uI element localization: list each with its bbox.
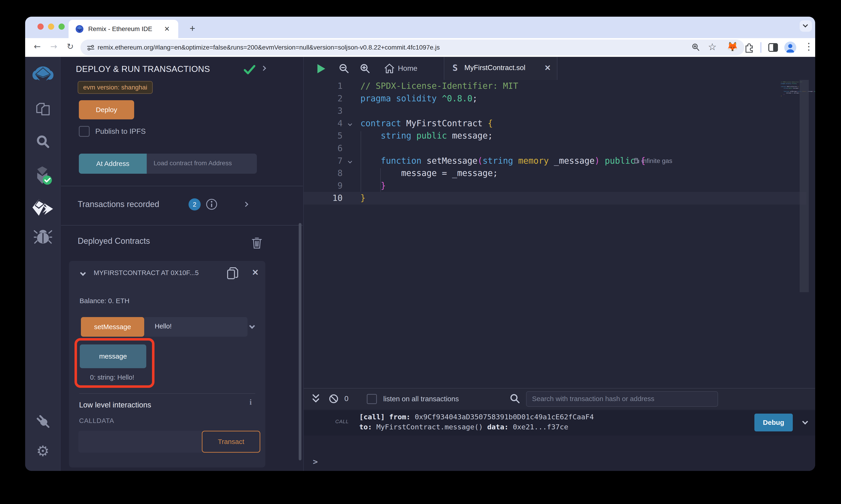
extensions-icon[interactable]: [744, 42, 754, 53]
trash-icon[interactable]: [252, 237, 262, 249]
transact-button[interactable]: Transact: [202, 431, 260, 453]
zoom-out-icon[interactable]: [338, 63, 350, 75]
terminal-prompt[interactable]: >: [313, 457, 318, 466]
reload-icon[interactable]: ↻: [67, 42, 73, 51]
fold-chevron-icon[interactable]: [348, 122, 351, 126]
set-message-input[interactable]: Hello!: [144, 317, 247, 337]
code-line: message = _message;: [360, 168, 498, 178]
collapse-terminal-icon[interactable]: [312, 394, 320, 404]
profile-avatar[interactable]: [784, 41, 796, 53]
contract-close-icon[interactable]: ✕: [252, 268, 259, 277]
forward-icon[interactable]: →: [50, 42, 57, 51]
fold-chevron-icon[interactable]: [348, 160, 351, 164]
line-number: 2: [304, 94, 343, 103]
divider: [61, 186, 303, 186]
browser-tab-strip: Remix - Ethereum IDE ✕ +: [25, 17, 815, 38]
browser-tab[interactable]: Remix - Ethereum IDE ✕: [69, 20, 178, 38]
terminal-search-input[interactable]: Search with transaction hash or address: [526, 391, 718, 407]
at-address-button[interactable]: At Address: [79, 154, 147, 174]
metamask-icon[interactable]: 🦊: [727, 41, 738, 52]
contract-collapse-chevron-icon[interactable]: [81, 271, 85, 276]
bookmark-star-icon[interactable]: ☆: [708, 41, 717, 53]
zoom-page-icon[interactable]: [691, 43, 700, 52]
deploy-run-panel: DEPLOY & RUN TRANSACTIONS evm version: s…: [61, 57, 303, 471]
run-script-play-icon[interactable]: [317, 64, 325, 73]
calldata-input[interactable]: [79, 431, 202, 453]
tab-home[interactable]: Home: [384, 62, 429, 75]
line-number: 7: [304, 156, 343, 166]
search-icon[interactable]: [25, 134, 61, 160]
code-editor[interactable]: 1// SPDX-License-Identifier: MIT2pragma …: [304, 80, 815, 388]
line-number: 4: [304, 119, 343, 128]
site-settings-icon[interactable]: [86, 43, 95, 52]
line-number: 1: [304, 81, 343, 91]
calldata-label: CALLDATA: [79, 417, 114, 425]
evm-version-badge: evm version: shanghai: [78, 81, 153, 94]
code-line: }: [360, 193, 365, 203]
solidity-compiler-icon[interactable]: [25, 166, 61, 191]
zoom-in-icon[interactable]: [359, 63, 371, 75]
current-line-highlight: [304, 192, 806, 204]
compile-success-check-icon: [244, 65, 255, 75]
info-icon[interactable]: i: [250, 398, 252, 407]
message-button[interactable]: message: [80, 344, 146, 368]
listen-all-transactions-checkbox[interactable]: [367, 394, 377, 404]
code-line: // SPDX-License-Identifier: MIT: [360, 81, 518, 91]
address-bar[interactable]: remix.ethereum.org/#lang=en&optimize=fal…: [81, 39, 744, 55]
set-message-value: Hello!: [155, 323, 172, 330]
transactions-expand-chevron-icon[interactable]: [244, 202, 247, 207]
info-icon[interactable]: [206, 198, 218, 210]
menu-dots-icon[interactable]: ⋮: [804, 41, 813, 52]
plugin-manager-icon[interactable]: [25, 412, 61, 437]
deployed-contracts-title: Deployed Contracts: [78, 236, 150, 246]
tab-close-icon[interactable]: ✕: [164, 25, 170, 33]
transaction-count: 0: [344, 394, 348, 403]
terminal: 0 listen on all transactions Search with…: [304, 388, 815, 471]
log-expand-chevron-icon[interactable]: [803, 419, 807, 425]
copy-address-icon[interactable]: [227, 267, 239, 280]
settings-gear-icon[interactable]: ⚙: [25, 443, 61, 468]
contract-balance: Balance: 0. ETH: [80, 297, 130, 305]
code-line: contract MyFirstContract {: [360, 119, 493, 128]
line-number: 9: [304, 181, 343, 191]
publish-ipfs-checkbox[interactable]: [79, 126, 90, 137]
message-result: 0: string: Hello!: [90, 374, 134, 381]
editor-scrollbar[interactable]: [800, 80, 809, 292]
tab-myfirstcontract[interactable]: S MyFirstContract.sol ✕: [444, 57, 557, 80]
tab-search-chevron-button[interactable]: [800, 20, 812, 32]
window-minimize-button[interactable]: [48, 23, 54, 30]
remix-logo-icon[interactable]: [25, 66, 61, 91]
transactions-recorded-label: Transactions recorded: [78, 199, 159, 209]
back-icon[interactable]: ←: [34, 42, 41, 51]
new-tab-button[interactable]: +: [185, 22, 200, 36]
panel-title: DEPLOY & RUN TRANSACTIONS: [76, 65, 210, 74]
panel-scrollbar[interactable]: [299, 223, 302, 461]
publish-ipfs-label: Publish to IPFS: [95, 127, 146, 136]
file-tab-label: MyFirstContract.sol: [464, 64, 526, 72]
set-message-expand-chevron-icon[interactable]: [250, 324, 254, 329]
deploy-button[interactable]: Deploy: [79, 100, 134, 120]
divider: [61, 225, 303, 226]
side-panel-icon[interactable]: [768, 42, 778, 53]
window-zoom-button[interactable]: [58, 23, 65, 30]
browser-window: Remix - Ethereum IDE ✕ + ← → ↻ remix.eth…: [25, 17, 815, 471]
panel-expand-chevron-icon[interactable]: [262, 67, 265, 71]
log-line-1: [call] from: 0x9Cf934043aD350758391b0D01…: [359, 413, 594, 421]
debug-button[interactable]: Debug: [754, 414, 793, 431]
deploy-and-run-icon[interactable]: [25, 199, 61, 224]
terminal-search-placeholder: Search with transaction hash or address: [532, 395, 654, 403]
file-tab-close-icon[interactable]: ✕: [544, 63, 551, 72]
at-address-input[interactable]: Load contract from Address: [147, 154, 257, 174]
clear-console-icon[interactable]: [328, 394, 339, 404]
url-text[interactable]: remix.ethereum.org/#lang=en&optimize=fal…: [98, 44, 440, 51]
remix-app: ⚙ DEPLOY & RUN TRANSACTIONS evm version:…: [25, 57, 815, 471]
debugger-icon[interactable]: [25, 228, 61, 253]
file-explorer-icon[interactable]: [25, 103, 61, 128]
minimap[interactable]: // SPDX-License-Identifier: MITpragma so…: [781, 81, 815, 97]
terminal-log-row[interactable]: CALL [call] from: 0x9Cf934043aD350758391…: [304, 410, 815, 435]
code-line: }: [360, 181, 386, 191]
set-message-button[interactable]: setMessage: [81, 317, 144, 337]
window-close-button[interactable]: [37, 23, 44, 30]
contract-name-label: MYFIRSTCONTRACT AT 0X10F...5: [94, 269, 222, 277]
activity-bar: ⚙: [25, 57, 61, 471]
